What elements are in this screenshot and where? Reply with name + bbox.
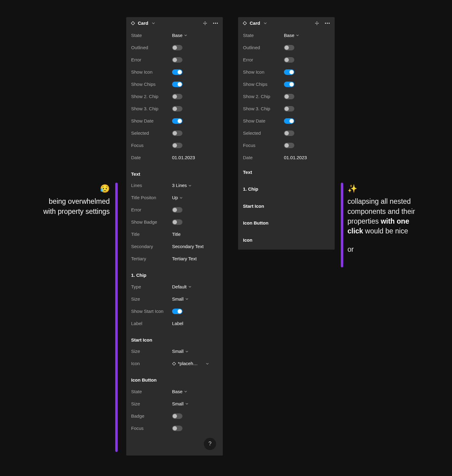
focus-toggle-r[interactable] xyxy=(284,143,294,148)
date-value-r[interactable]: 01.01.2023 xyxy=(284,155,307,161)
show-icon-toggle-r[interactable] xyxy=(284,69,294,75)
collapsed-chip1[interactable]: 1. Chip xyxy=(238,181,335,198)
show-date-toggle[interactable] xyxy=(172,118,182,124)
svg-point-8 xyxy=(325,23,326,24)
more-icon[interactable] xyxy=(213,21,218,26)
chip-size-select[interactable]: Small xyxy=(172,296,188,302)
component-icon xyxy=(242,21,247,26)
panel-header-right: Card xyxy=(238,17,335,29)
chevron-down-icon[interactable] xyxy=(152,22,155,25)
section-text[interactable]: Text xyxy=(126,164,223,180)
tertiary-value[interactable]: Tertiary Text xyxy=(172,256,197,262)
lines-label: Lines xyxy=(131,182,172,189)
outlined-toggle-r[interactable] xyxy=(284,45,294,50)
help-button[interactable]: ? xyxy=(204,438,216,450)
error-toggle[interactable] xyxy=(172,57,182,63)
show-chip3-toggle[interactable] xyxy=(172,106,182,112)
svg-point-10 xyxy=(329,23,329,24)
show-chip2-toggle[interactable] xyxy=(172,94,182,99)
collapsed-icon-button[interactable]: Icon Button xyxy=(238,214,335,232)
row-state: State Base xyxy=(126,29,223,42)
focus-toggle[interactable] xyxy=(172,143,182,148)
show-icon-toggle[interactable] xyxy=(172,69,182,75)
error-label: Error xyxy=(131,57,172,63)
selected-toggle-r[interactable] xyxy=(284,130,294,136)
target-icon[interactable] xyxy=(314,21,319,26)
selected-toggle[interactable] xyxy=(172,130,182,136)
chip-starticon-toggle[interactable] xyxy=(172,309,182,314)
section-chip1[interactable]: 1. Chip xyxy=(126,265,223,281)
panel-title-right[interactable]: Card xyxy=(250,20,260,26)
text-error-label: Error xyxy=(131,207,172,213)
svg-point-3 xyxy=(215,23,216,24)
emoji-sparkles: ✨ xyxy=(347,183,418,194)
ib-focus-toggle[interactable] xyxy=(172,426,182,431)
error-toggle-r[interactable] xyxy=(284,57,294,63)
date-label-r: Date xyxy=(243,155,284,161)
ib-state-select[interactable]: Base xyxy=(172,389,187,395)
title-pos-select[interactable]: Up xyxy=(172,195,182,201)
show-chips-toggle-r[interactable] xyxy=(284,82,294,87)
state-select-r[interactable]: Base xyxy=(284,32,299,38)
lines-select[interactable]: 3 Lines xyxy=(172,182,191,189)
target-icon[interactable] xyxy=(203,21,208,26)
chevron-down-icon[interactable] xyxy=(264,22,267,25)
chip-label-label: Label xyxy=(131,320,172,327)
date-label: Date xyxy=(131,155,172,161)
show-date-label: Show Date xyxy=(131,118,172,124)
svg-point-7 xyxy=(316,23,317,24)
title-pos-label: Title Positon xyxy=(131,195,172,201)
svg-point-1 xyxy=(204,23,205,24)
show-date-toggle-r[interactable] xyxy=(284,118,294,124)
caption-right-post: would be nice xyxy=(363,227,408,235)
ib-badge-toggle[interactable] xyxy=(172,413,182,419)
ib-focus-label: Focus xyxy=(131,425,172,431)
caption-right: ✨ collapsing all nested components and t… xyxy=(347,183,418,254)
collapsed-start-icon[interactable]: Start Icon xyxy=(238,198,335,215)
date-value[interactable]: 01.01.2023 xyxy=(172,155,195,161)
outlined-label-r: Outlined xyxy=(243,45,284,51)
title-value[interactable]: Title xyxy=(172,231,181,237)
caption-right-or: or xyxy=(347,244,418,254)
accent-bar-left xyxy=(115,183,118,452)
outlined-toggle[interactable] xyxy=(172,45,182,50)
text-error-toggle[interactable] xyxy=(172,207,182,213)
show-chips-label-r: Show Chips xyxy=(243,81,284,87)
selected-label-r: Selected xyxy=(243,130,284,136)
chip-label-value[interactable]: Label xyxy=(172,320,183,327)
show-badge-toggle[interactable] xyxy=(172,219,182,225)
show-chip3-toggle-r[interactable] xyxy=(284,106,294,112)
panel-title[interactable]: Card xyxy=(138,20,148,26)
collapsed-icon[interactable]: Icon xyxy=(238,232,335,250)
panel-expanded: Card State Base Outlined Error Show Icon… xyxy=(126,17,223,456)
chip-size-label: Size xyxy=(131,296,172,302)
selected-label: Selected xyxy=(131,130,172,136)
show-chip3-label-r: Show 3. Chip xyxy=(243,106,284,112)
secondary-label: Secondary xyxy=(131,243,172,250)
caption-left-text: being overwhelmed with property settings xyxy=(43,197,110,215)
section-icon-button[interactable]: Icon Button xyxy=(126,370,223,386)
accent-bar-right xyxy=(341,183,343,267)
section-start-icon[interactable]: Start Icon xyxy=(126,330,223,346)
show-icon-label: Show Icon xyxy=(131,69,172,75)
state-select[interactable]: Base xyxy=(172,32,187,38)
emoji-sad: 😥 xyxy=(41,183,110,194)
chip-type-select[interactable]: Default xyxy=(172,284,191,290)
starticon-icon-select[interactable]: *placeh… xyxy=(172,361,209,367)
more-icon[interactable] xyxy=(325,21,330,26)
tertiary-label: Tertiary xyxy=(131,256,172,262)
ib-size-select[interactable]: Small xyxy=(172,401,188,407)
secondary-value[interactable]: Secondary Text xyxy=(172,243,204,250)
ib-size-label: Size xyxy=(131,401,172,407)
chip-type-label: Type xyxy=(131,284,172,290)
starticon-size-select[interactable]: Small xyxy=(172,348,188,354)
show-chip2-toggle-r[interactable] xyxy=(284,94,294,99)
ib-state-label: State xyxy=(131,389,172,395)
collapsed-text[interactable]: Text xyxy=(238,164,335,181)
show-chips-label: Show Chips xyxy=(131,81,172,87)
show-chips-toggle[interactable] xyxy=(172,82,182,87)
title-label: Title xyxy=(131,231,172,237)
chip-starticon-label: Show Start Icon xyxy=(131,308,172,314)
show-badge-label: Show Badge xyxy=(131,219,172,225)
component-icon xyxy=(130,21,135,26)
